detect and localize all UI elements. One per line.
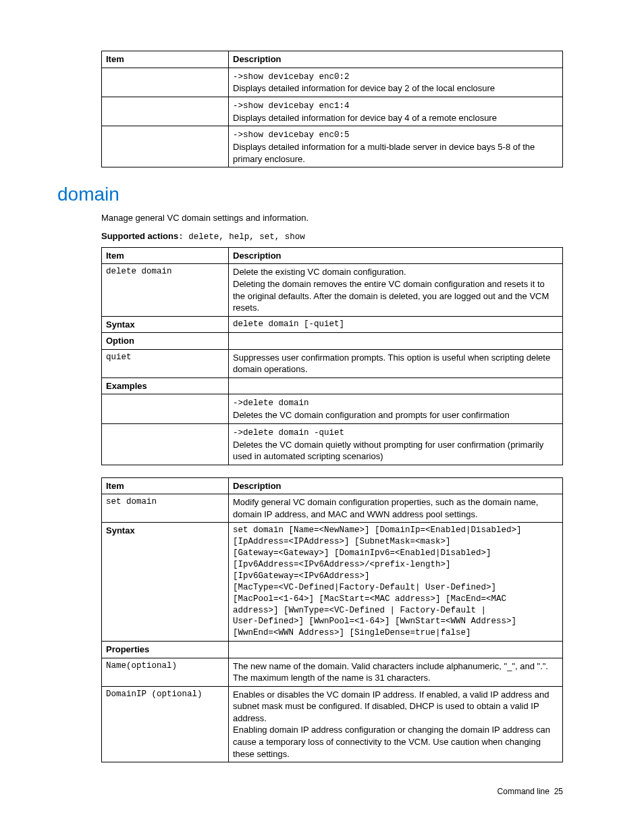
cell-item — [102, 423, 229, 465]
cell-desc: ->delete domain -quiet Deletes the VC do… — [229, 423, 563, 465]
syntax-line: [WwnEnd=<WWN Address>] [SingleDense=true… — [233, 628, 471, 637]
delete-domain-table: Item Description delete domain Delete th… — [101, 247, 563, 465]
cell-desc: Enables or disables the VC domain IP add… — [229, 686, 563, 762]
desc-text: Displays detailed information for device… — [233, 113, 497, 123]
syntax-line: [MacPool=<1-64>] [MacStart=<MAC address>… — [233, 594, 506, 604]
cell-desc: Suppresses user confirmation prompts. Th… — [229, 349, 563, 377]
th-item: Item — [102, 477, 229, 494]
cell-desc: Modify general VC domain configuration p… — [229, 494, 563, 523]
page-footer: Command line 25 — [101, 787, 563, 796]
syntax-line: [Ipv6Address=<IPv6Address>/<prefix-lengt… — [233, 560, 451, 569]
syntax-line: set domain [Name=<NewName>] [DomainIp=<E… — [233, 525, 522, 535]
devicebay-examples-table: Item Description ->show devicebay enc0:2… — [101, 51, 563, 167]
cell-item: Properties — [102, 642, 229, 658]
cell-item — [102, 68, 229, 97]
th-item: Item — [102, 51, 229, 68]
cell-desc: The new name of the domain. Valid charac… — [229, 658, 563, 686]
cell-desc — [229, 333, 563, 350]
cell-item: Examples — [102, 377, 229, 394]
cell-desc: ->show devicebay enc1:4 Displays detaile… — [229, 97, 563, 126]
cell-item: Syntax — [102, 316, 229, 333]
desc-text: Enables or disables the VC domain IP add… — [233, 689, 549, 723]
desc-text: Deletes the VC domain quietly without pr… — [233, 440, 543, 462]
cell-desc: Delete the existing VC domain configurat… — [229, 264, 563, 316]
section-heading-domain: domain — [57, 184, 563, 205]
cell-item — [102, 126, 229, 167]
page-content: Item Description ->show devicebay enc0:2… — [0, 0, 644, 816]
cell-item: delete domain — [102, 264, 229, 316]
th-desc: Description — [229, 51, 563, 68]
cell-item: Name(optional) — [102, 658, 229, 686]
syntax-line: [Gateway=<Gateway>] [DomainIpv6=<Enabled… — [233, 548, 491, 558]
cell-item: quiet — [102, 349, 229, 377]
cell-item: Syntax — [102, 523, 229, 642]
syntax-line: [MacType=<VC-Defined|Factory-Default| Us… — [233, 583, 496, 592]
supported-actions-line: Supported actions: delete, help, set, sh… — [101, 231, 563, 242]
cell-desc: ->show devicebay enc0:2 Displays detaile… — [229, 68, 563, 97]
footer-page: 25 — [554, 787, 563, 796]
cmd-text: ->delete domain -quiet — [233, 428, 344, 438]
cmd-text: ->show devicebay enc1:4 — [233, 101, 350, 111]
supported-actions-list: : delete, help, set, show — [178, 232, 305, 242]
cell-desc — [229, 642, 563, 658]
set-domain-table: Item Description set domain Modify gener… — [101, 477, 563, 762]
desc-text: Delete the existing VC domain configurat… — [233, 267, 406, 277]
desc-text: Deleting the domain removes the entire V… — [233, 279, 549, 313]
cmd-text: ->show devicebay enc0:2 — [233, 72, 350, 82]
cell-desc: ->show devicebay enc0:5 Displays detaile… — [229, 126, 563, 167]
cmd-text: ->show devicebay enc0:5 — [233, 130, 350, 140]
cell-item — [102, 394, 229, 423]
syntax-line: [Ipv6Gateway=<IPv6Address>] — [233, 571, 370, 581]
cell-item: DomainIP (optional) — [102, 686, 229, 762]
cell-desc — [229, 377, 563, 394]
cell-desc: delete domain [-quiet] — [229, 316, 563, 333]
desc-text: Enabling domain IP address configuration… — [233, 725, 550, 758]
desc-text: Deletes the VC domain configuration and … — [233, 410, 510, 420]
section-intro: Manage general VC domain settings and in… — [101, 212, 563, 224]
th-desc: Description — [229, 247, 563, 264]
syntax-line: [IpAddress=<IPAddress>] [SubnetMask=<mas… — [233, 537, 451, 546]
cmd-text: ->delete domain — [233, 398, 309, 408]
cell-desc: set domain [Name=<NewName>] [DomainIp=<E… — [229, 523, 563, 642]
cell-item — [102, 97, 229, 126]
th-item: Item — [102, 247, 229, 264]
syntax-line: User-Defined>] [WwnPool=<1-64>] [WwnStar… — [233, 617, 516, 626]
desc-text: Displays detailed information for device… — [233, 83, 495, 93]
desc-text: Displays detailed information for a mult… — [233, 142, 535, 164]
syntax-line: address>] [WwnType=<VC-Defined | Factory… — [233, 606, 486, 615]
footer-label: Command line — [498, 787, 549, 796]
supported-actions-label: Supported actions — [101, 231, 178, 241]
cell-item: Option — [102, 333, 229, 350]
cell-item: set domain — [102, 494, 229, 523]
cell-desc: ->delete domain Deletes the VC domain co… — [229, 394, 563, 423]
th-desc: Description — [229, 477, 563, 494]
